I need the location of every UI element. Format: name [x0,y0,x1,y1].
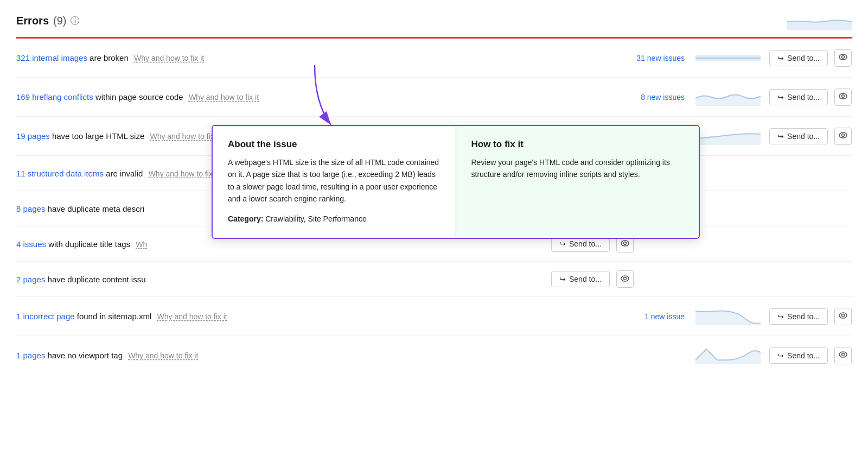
send-icon: ↪ [777,351,784,360]
send-label: Send to... [569,275,602,283]
eye-icon [839,93,847,101]
why-link[interactable]: Wh [136,240,147,249]
eye-button[interactable] [616,270,634,288]
tooltip-fix-title: How to fix it [471,139,684,150]
send-icon: ↪ [559,275,566,283]
error-row: 321 internal images are broken Why and h… [16,39,852,78]
error-row: 1 incorrect page found in sitemap.xml Wh… [16,297,852,336]
error-link[interactable]: 19 pages [16,131,50,141]
errors-title-text: Errors [16,15,49,27]
tooltip-category: Category: Crawlability, Site Performance [228,213,441,225]
svg-point-7 [842,134,845,137]
svg-point-2 [839,54,847,60]
error-row: 1 pages have no viewport tag Why and how… [16,336,852,375]
sparkline-cell [695,125,761,147]
why-link[interactable]: Why and how to fix it [149,169,219,178]
eye-button[interactable] [834,347,852,364]
error-link[interactable]: 11 structured data items [16,169,104,178]
error-link[interactable]: 2 pages [16,275,45,284]
tooltip-about-text: A webpage's HTML size is the size of all… [228,156,441,205]
error-link[interactable]: 8 pages [16,204,45,213]
error-link[interactable]: 1 incorrect page [16,312,75,321]
svg-point-6 [839,132,847,138]
svg-point-19 [842,353,845,356]
sparkline-cell [695,345,761,366]
send-button[interactable]: ↪ Send to... [769,308,828,325]
eye-button[interactable] [834,49,852,67]
send-button[interactable]: ↪ Send to... [769,347,828,364]
eye-icon [839,132,847,140]
error-row-content: 1 incorrect page found in sitemap.xml Wh… [16,312,614,321]
eye-button[interactable] [834,89,852,106]
sparkline-cell [695,47,761,68]
tooltip-category-value: Crawlability, Site Performance [265,214,366,223]
error-text: are invalid [106,169,143,178]
why-link[interactable]: Why and how to fix it [134,54,204,62]
sparkline-cell [695,86,761,108]
tooltip-about-title: About the issue [228,139,441,150]
error-text: within page source code [95,92,183,102]
error-text: with duplicate title tags [48,239,130,249]
svg-point-16 [839,313,847,318]
send-button[interactable]: ↪ Send to... [769,50,828,66]
error-link[interactable]: 4 issues [16,239,46,249]
send-icon: ↪ [777,312,784,321]
error-row-content: 169 hreflang conflicts within page sourc… [16,92,614,102]
tooltip-fix-section: How to fix it Review your page's HTML co… [456,126,699,238]
svg-point-15 [623,277,626,280]
error-text: are broken [90,53,129,62]
error-link[interactable]: 321 internal images [16,53,87,62]
error-text: have too large HTML size [52,131,144,141]
error-row: 2 pages have duplicate content issu ↪ Se… [16,262,852,297]
issues-badge: 8 new issues [614,93,685,102]
eye-icon [839,351,847,359]
issues-badge: 1 new issue [614,312,685,321]
error-row: 169 hreflang conflicts within page sourc… [16,78,852,117]
error-link[interactable]: 1 pages [16,351,45,360]
error-row-content: 4 issues with duplicate title tags Wh [16,239,396,249]
send-label: Send to... [569,239,602,248]
error-link[interactable]: 169 hreflang conflicts [16,92,93,102]
svg-point-12 [621,241,629,246]
tooltip-category-label: Category: [228,214,263,223]
svg-point-4 [839,93,847,99]
send-icon: ↪ [777,132,784,141]
tooltip-about-section: About the issue A webpage's HTML size is… [213,126,456,238]
header-row: Errors (9) i [16,11,852,39]
issues-badge: 31 new issues [614,54,685,62]
header-title: Errors (9) i [16,15,79,27]
eye-button[interactable] [834,308,852,325]
error-row-content: 2 pages have duplicate content issu [16,275,396,284]
sparkline-cell [695,306,761,327]
eye-icon [839,312,847,320]
send-label: Send to... [787,93,820,102]
why-link[interactable]: Why and how to fix it [128,351,198,360]
tooltip-fix-text: Review your page's HTML code and conside… [471,156,684,181]
svg-point-13 [623,242,626,244]
eye-button[interactable] [834,128,852,145]
error-text: have duplicate content issu [48,275,146,284]
send-button[interactable]: ↪ Send to... [769,89,828,105]
header-sparkline [787,11,852,30]
send-icon: ↪ [777,54,784,62]
send-icon: ↪ [559,239,566,248]
send-label: Send to... [787,54,820,62]
error-text: have no viewport tag [48,351,123,360]
svg-point-14 [621,276,629,281]
error-row-content: 321 internal images are broken Why and h… [16,53,614,62]
svg-point-17 [842,314,845,317]
tooltip-box: About the issue A webpage's HTML size is… [212,125,700,239]
why-link-tooltip-trigger[interactable]: Why and how to fix it [150,132,220,141]
info-icon[interactable]: i [71,16,79,25]
send-button[interactable]: ↪ Send to... [769,128,828,144]
why-link[interactable]: Why and how to fix it [189,93,259,102]
send-label: Send to... [787,351,820,360]
send-button[interactable]: ↪ Send to... [551,271,610,287]
tooltip-overlay: About the issue A webpage's HTML size is… [212,125,700,239]
page-wrapper: Errors (9) i 321 internal images are bro… [0,0,868,455]
why-link[interactable]: Why and how to fix it [157,312,227,321]
svg-point-3 [842,56,845,59]
send-label: Send to... [787,312,820,321]
send-label: Send to... [787,132,820,141]
error-text: have duplicate meta descri [48,204,144,213]
